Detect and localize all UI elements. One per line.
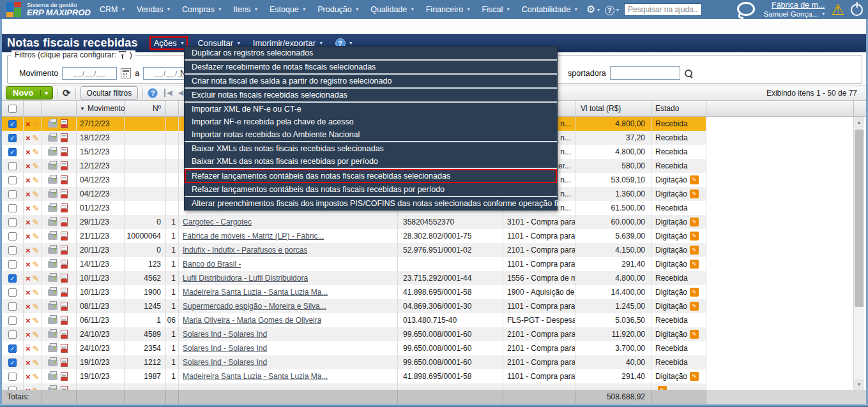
delete-row-icon[interactable]: × [26,274,31,283]
print-icon[interactable] [48,303,57,310]
delete-row-icon[interactable]: × [26,232,31,241]
edit-row-icon[interactable]: ✎ [33,120,40,128]
edit-row-icon[interactable]: ✎ [33,316,40,325]
print-icon[interactable] [48,275,57,282]
print-icon[interactable] [48,177,57,184]
help-menu[interactable]: ?▾ [605,4,619,15]
danfe-pdf-icon[interactable] [61,330,68,339]
search-icon[interactable] [684,69,693,78]
print-icon[interactable] [48,149,57,156]
nav-item-crm[interactable]: CRM ▾ [100,5,125,14]
power-icon[interactable] [851,4,863,16]
delete-row-icon[interactable]: × [26,134,31,142]
edit-row-icon[interactable]: ✎ [33,148,40,156]
row-checkbox[interactable] [8,232,17,241]
calendar-icon[interactable] [121,68,131,78]
print-icon[interactable] [48,345,57,352]
pessoa-link[interactable]: Supermercado espigão - Moreira e Silva..… [183,302,326,311]
row-checkbox[interactable]: ✓ [8,120,17,128]
delete-row-icon[interactable]: × [26,190,31,198]
delete-row-icon[interactable]: × [26,162,31,170]
pessoa-link[interactable]: Madeireira Santa Luzia - Santa Luzia Ma.… [183,288,328,297]
delete-row-icon[interactable]: × [26,218,31,226]
warning-icon[interactable]: ⚠ [831,2,844,17]
delete-row-icon[interactable]: × [26,302,31,311]
row-checkbox[interactable]: ✓ [8,344,17,353]
nav-item-itens[interactable]: Itens ▾ [233,5,257,14]
delete-row-icon[interactable]: × [26,288,31,297]
menu-item[interactable]: Duplicar os registros selecionados [185,47,557,59]
print-icon[interactable] [48,205,57,212]
estado-edit-icon[interactable]: ✎ [690,189,699,198]
print-icon[interactable] [48,317,57,324]
toolbar-help-icon[interactable]: ? [148,88,158,98]
user-menu[interactable]: Samuel Gonça... ▾ [764,10,825,18]
filter-funnel-icon[interactable] [119,51,127,59]
edit-row-icon[interactable]: ✎ [33,218,40,226]
delete-row-icon[interactable]: × [26,176,31,184]
scrollbar-thumb[interactable] [855,130,864,307]
delete-row-icon[interactable]: × [26,316,31,325]
row-checkbox[interactable] [8,288,17,297]
danfe-pdf-icon[interactable] [61,204,68,212]
nav-item-estoque[interactable]: Estoque ▾ [270,5,305,14]
header-movimento[interactable]: ▼Movimento [77,101,125,116]
edit-row-icon[interactable]: ✎ [33,246,40,255]
edit-row-icon[interactable]: ✎ [33,274,40,283]
print-icon[interactable] [48,331,57,338]
ocultar-filtros-button[interactable]: Ocultar filtros [80,86,139,100]
pager-prev-icon[interactable]: ◀ [178,89,183,97]
header-serie[interactable] [166,101,179,116]
table-row[interactable]: ✓ × ✎ 10/11/23 4562 1 Lufil Distribuidor… [2,271,706,285]
row-checkbox[interactable] [8,316,17,325]
table-row[interactable]: × ✎ 06/11/23 1 06 Maria Oliveira - Maria… [2,313,706,327]
menu-item[interactable]: Alterar preenchimentos fiscais dos impos… [185,197,557,210]
estado-edit-icon[interactable]: ✎ [690,302,699,311]
danfe-pdf-icon[interactable] [61,119,68,128]
edit-row-icon[interactable]: ✎ [33,162,40,170]
pessoa-link[interactable]: Maria Oliveira - Maria Gomes de Oliveira [183,316,321,325]
danfe-pdf-icon[interactable] [61,288,68,297]
row-checkbox[interactable] [8,204,17,212]
menu-item[interactable]: Refazer lançamentos contábeis das notas … [185,169,557,183]
row-checkbox[interactable] [8,260,17,269]
pessoa-link[interactable]: Solares Ind - Solares Ind [183,358,267,367]
table-row[interactable]: × ✎ 10/11/23 1900 1 Madeireira Santa Luz… [2,285,706,299]
danfe-pdf-icon[interactable] [61,161,68,170]
nav-item-compras[interactable]: Compras ▾ [182,5,221,14]
edit-row-icon[interactable]: ✎ [33,232,40,241]
danfe-pdf-icon[interactable] [61,218,68,226]
danfe-pdf-icon[interactable] [61,358,68,367]
header-vl-total[interactable]: Vl total (R$) [575,101,651,116]
estado-edit-icon[interactable]: ✎ [690,260,699,269]
refresh-icon[interactable]: ⟳ [63,87,71,99]
select-all-cell[interactable] [2,101,24,116]
edit-row-icon[interactable]: ✎ [33,190,40,198]
danfe-pdf-icon[interactable] [61,147,68,156]
nav-item-fiscal[interactable]: Fiscal ▾ [482,5,510,14]
menu-item[interactable]: Baixar XMLs das notas fiscais recebidas … [185,155,557,168]
row-checkbox[interactable] [8,330,17,339]
edit-row-icon[interactable]: ✎ [33,373,40,381]
danfe-pdf-icon[interactable] [61,316,68,325]
row-checkbox[interactable] [8,373,17,381]
table-row[interactable]: × ✎ 08/11/23 1245 1 Supermercado espigão… [2,299,706,313]
table-row[interactable]: ✓ × ✎ 19/10/23 1212 1 Solares Ind - Sola… [2,355,706,369]
menu-item[interactable]: Refazer lançamentos contábeis das notas … [185,183,557,196]
danfe-pdf-icon[interactable] [61,274,68,283]
delete-row-icon[interactable]: × [26,204,31,212]
estado-edit-icon[interactable]: ✎ [690,175,699,184]
estado-edit-icon[interactable]: ✎ [690,288,699,297]
edit-row-icon[interactable]: ✎ [33,302,40,311]
pessoa-link[interactable]: Madeireira Santa Luzia - Santa Luzia Ma.… [183,372,328,381]
help-search-input[interactable] [624,3,702,16]
scroll-down-icon[interactable]: ▼ [854,379,864,390]
menu-item[interactable]: Importar notas recebidas do Ambiente Nac… [185,128,557,141]
row-checkbox[interactable]: ✓ [8,359,17,367]
print-icon[interactable] [48,247,57,254]
menu-item[interactable]: Criar nota fiscal de saída a partir do r… [185,75,557,87]
row-checkbox[interactable] [8,302,17,311]
delete-row-icon[interactable]: × [26,246,31,255]
print-icon[interactable] [48,373,57,380]
table-row[interactable]: × ✎ 29/11/23 0 1 Cargotec - Cargotec 358… [2,215,706,229]
